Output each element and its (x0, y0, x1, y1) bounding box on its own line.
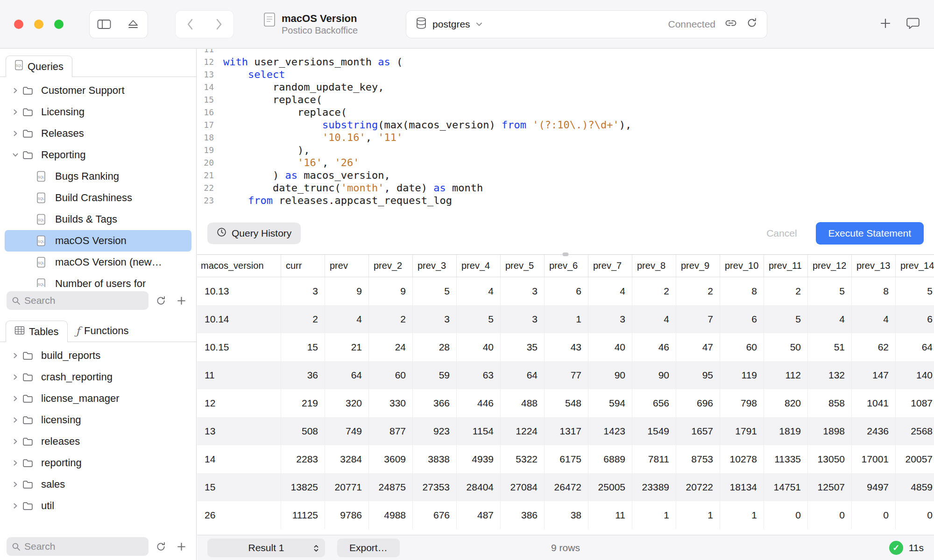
chevron-right-icon[interactable] (8, 87, 22, 94)
cell-value[interactable]: 4939 (457, 445, 501, 473)
cell-value[interactable]: 2436 (852, 417, 896, 445)
cell-macos-version[interactable]: 26 (197, 501, 281, 529)
add-query-button[interactable] (173, 292, 190, 309)
column-header-prev-10[interactable]: prev_10 (720, 255, 764, 277)
cell-value[interactable]: 2 (369, 305, 413, 333)
sidebar-folder-build-reports[interactable]: build_reports (0, 345, 196, 366)
cell-value[interactable]: 6889 (588, 445, 632, 473)
cell-value[interactable]: 5 (896, 277, 934, 305)
cell-value[interactable]: 64 (896, 333, 934, 361)
cell-value[interactable]: 1 (720, 501, 764, 529)
table-row[interactable]: 10.14242353134765446 (197, 305, 934, 333)
execute-statement-button[interactable]: Execute Statement (816, 222, 924, 245)
reload-connection-button[interactable] (746, 17, 757, 31)
column-header-curr[interactable]: curr (281, 255, 325, 277)
cell-value[interactable]: 60 (369, 361, 413, 389)
cell-value[interactable]: 40 (457, 333, 501, 361)
cell-value[interactable]: 23389 (632, 473, 676, 501)
cell-value[interactable]: 15 (281, 333, 325, 361)
chevron-right-icon[interactable] (8, 481, 22, 488)
cell-value[interactable]: 386 (501, 501, 545, 529)
cell-value[interactable]: 330 (369, 389, 413, 417)
chevron-right-icon[interactable] (8, 374, 22, 380)
cell-value[interactable]: 147 (852, 361, 896, 389)
cell-value[interactable]: 28 (413, 333, 457, 361)
cell-value[interactable]: 64 (325, 361, 369, 389)
eject-button[interactable] (119, 11, 148, 38)
sidebar-folder-customer-support[interactable]: Customer Support (0, 80, 196, 101)
column-header-prev-8[interactable]: prev_8 (632, 255, 676, 277)
table-row[interactable]: 1513825207712487527353284042708426472250… (197, 473, 934, 501)
minimize-button[interactable] (34, 20, 43, 29)
table-row[interactable]: 1422833284360938384939532261756889781187… (197, 445, 934, 473)
cell-value[interactable]: 749 (325, 417, 369, 445)
cell-value[interactable]: 35 (501, 333, 545, 361)
column-header-prev-4[interactable]: prev_4 (457, 255, 501, 277)
cell-value[interactable]: 1423 (588, 417, 632, 445)
cell-value[interactable]: 923 (413, 417, 457, 445)
cell-value[interactable]: 28404 (457, 473, 501, 501)
cell-value[interactable]: 3284 (325, 445, 369, 473)
cell-value[interactable]: 4 (852, 305, 896, 333)
cancel-button[interactable]: Cancel (762, 228, 801, 239)
column-header-prev-9[interactable]: prev_9 (676, 255, 720, 277)
sidebar-folder-license-manager[interactable]: license_manager (0, 388, 196, 409)
cell-value[interactable]: 320 (325, 389, 369, 417)
cell-value[interactable]: 2283 (281, 445, 325, 473)
column-header-prev-12[interactable]: prev_12 (808, 255, 852, 277)
cell-value[interactable]: 1 (676, 501, 720, 529)
cell-value[interactable]: 696 (676, 389, 720, 417)
cell-value[interactable]: 62 (852, 333, 896, 361)
column-header-prev-5[interactable]: prev_5 (501, 255, 545, 277)
sidebar-toggle-button[interactable] (90, 11, 119, 38)
sidebar-folder-sales[interactable]: sales (0, 474, 196, 495)
zoom-button[interactable] (54, 20, 64, 29)
cell-value[interactable]: 1317 (545, 417, 588, 445)
cell-macos-version[interactable]: 11 (197, 361, 281, 389)
forward-button[interactable] (205, 11, 234, 38)
cell-value[interactable]: 5 (413, 277, 457, 305)
column-header-prev-14[interactable]: prev_14 (896, 255, 934, 277)
cell-macos-version[interactable]: 10.13 (197, 277, 281, 305)
table-row[interactable]: 10.13399543642282585 (197, 277, 934, 305)
result-selector[interactable]: Result 1 (207, 539, 325, 557)
cell-value[interactable]: 0 (896, 501, 934, 529)
cell-value[interactable]: 1224 (501, 417, 545, 445)
cell-value[interactable]: 8 (852, 277, 896, 305)
cell-value[interactable]: 548 (545, 389, 588, 417)
sidebar-query-bugs-ranking[interactable]: SQLBugs Ranking (0, 166, 196, 187)
cell-value[interactable]: 446 (457, 389, 501, 417)
sidebar-query-macos-version[interactable]: SQLmacOS Version (5, 230, 191, 252)
chevron-right-icon[interactable] (8, 130, 22, 137)
column-header-macos-version[interactable]: macos_version (197, 255, 281, 277)
cell-value[interactable]: 51 (808, 333, 852, 361)
table-search-input[interactable] (7, 537, 149, 556)
chevron-right-icon[interactable] (8, 438, 22, 445)
cell-value[interactable]: 2 (281, 305, 325, 333)
add-table-button[interactable] (173, 538, 190, 555)
cell-value[interactable]: 95 (676, 361, 720, 389)
cell-value[interactable]: 2568 (896, 417, 934, 445)
cell-value[interactable]: 20057 (896, 445, 934, 473)
cell-value[interactable]: 2 (764, 277, 808, 305)
sidebar-folder-releases[interactable]: Releases (0, 123, 196, 144)
cell-value[interactable]: 1 (545, 305, 588, 333)
cell-value[interactable]: 9 (325, 277, 369, 305)
cell-value[interactable]: 1549 (632, 417, 676, 445)
cell-value[interactable]: 24 (369, 333, 413, 361)
cell-value[interactable]: 18134 (720, 473, 764, 501)
cell-value[interactable]: 4859 (896, 473, 934, 501)
column-header-prev-6[interactable]: prev_6 (545, 255, 588, 277)
cell-value[interactable]: 119 (720, 361, 764, 389)
cell-value[interactable]: 132 (808, 361, 852, 389)
query-history-button[interactable]: Query History (207, 223, 301, 244)
cell-value[interactable]: 1791 (720, 417, 764, 445)
cell-value[interactable]: 4 (632, 305, 676, 333)
cell-value[interactable]: 820 (764, 389, 808, 417)
cell-value[interactable]: 11 (588, 501, 632, 529)
database-selector[interactable]: postgres (416, 17, 482, 31)
cell-value[interactable]: 219 (281, 389, 325, 417)
cell-value[interactable]: 140 (896, 361, 934, 389)
sidebar-folder-licensing[interactable]: licensing (0, 409, 196, 431)
sidebar-folder-reporting[interactable]: reporting (0, 452, 196, 474)
